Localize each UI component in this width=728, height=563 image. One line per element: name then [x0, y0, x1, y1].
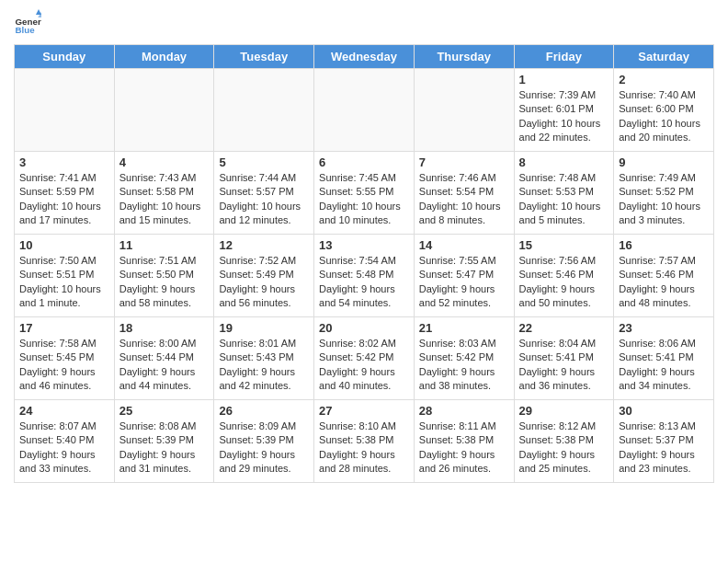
day-info: Sunrise: 8:04 AMSunset: 5:41 PMDaylight:… [519, 337, 609, 394]
day-number: 12 [219, 238, 309, 252]
day-info: Sunrise: 8:10 AMSunset: 5:38 PMDaylight:… [319, 419, 409, 477]
calendar-cell: 4Sunrise: 7:43 AMSunset: 5:58 PMDaylight… [114, 152, 214, 235]
calendar-cell: 24Sunrise: 8:07 AMSunset: 5:40 PMDayligh… [15, 400, 115, 483]
day-info: Sunrise: 7:40 AMSunset: 6:00 PMDaylight:… [619, 88, 709, 145]
calendar-cell: 11Sunrise: 7:51 AMSunset: 5:50 PMDayligh… [114, 235, 214, 317]
calendar-cell [15, 69, 115, 152]
day-number: 1 [519, 73, 609, 86]
calendar-cell: 22Sunrise: 8:04 AMSunset: 5:41 PMDayligh… [514, 317, 614, 400]
day-info: Sunrise: 7:57 AMSunset: 5:46 PMDaylight:… [619, 254, 709, 311]
calendar-cell: 26Sunrise: 8:09 AMSunset: 5:39 PMDayligh… [214, 400, 314, 483]
calendar-cell: 9Sunrise: 7:49 AMSunset: 5:52 PMDaylight… [614, 152, 714, 235]
day-number: 5 [219, 155, 309, 169]
day-info: Sunrise: 8:11 AMSunset: 5:38 PMDaylight:… [419, 419, 509, 477]
day-number: 24 [19, 404, 109, 418]
day-info: Sunrise: 8:00 AMSunset: 5:44 PMDaylight:… [119, 337, 210, 394]
calendar-cell: 27Sunrise: 8:10 AMSunset: 5:38 PMDayligh… [314, 400, 415, 483]
day-info: Sunrise: 7:58 AMSunset: 5:45 PMDaylight:… [19, 337, 109, 394]
calendar-cell: 18Sunrise: 8:00 AMSunset: 5:44 PMDayligh… [114, 317, 214, 400]
calendar-cell: 2Sunrise: 7:40 AMSunset: 6:00 PMDaylight… [614, 69, 714, 152]
day-info: Sunrise: 7:48 AMSunset: 5:53 PMDaylight:… [519, 171, 609, 228]
calendar-cell: 15Sunrise: 7:56 AMSunset: 5:46 PMDayligh… [514, 235, 614, 317]
day-info: Sunrise: 8:08 AMSunset: 5:39 PMDaylight:… [119, 419, 210, 477]
day-number: 6 [319, 155, 409, 169]
calendar-cell: 7Sunrise: 7:46 AMSunset: 5:54 PMDaylight… [414, 152, 514, 235]
calendar-cell: 20Sunrise: 8:02 AMSunset: 5:42 PMDayligh… [314, 317, 415, 400]
calendar-week-3: 17Sunrise: 7:58 AMSunset: 5:45 PMDayligh… [15, 317, 714, 400]
day-info: Sunrise: 7:49 AMSunset: 5:52 PMDaylight:… [619, 171, 709, 228]
svg-text:Blue: Blue [16, 25, 36, 35]
day-number: 20 [319, 321, 409, 335]
day-info: Sunrise: 7:54 AMSunset: 5:48 PMDaylight:… [319, 254, 409, 311]
calendar-cell: 8Sunrise: 7:48 AMSunset: 5:53 PMDaylight… [514, 152, 614, 235]
calendar-cell: 12Sunrise: 7:52 AMSunset: 5:49 PMDayligh… [214, 235, 314, 317]
calendar-cell [214, 69, 314, 152]
day-info: Sunrise: 7:44 AMSunset: 5:57 PMDaylight:… [219, 171, 309, 228]
day-number: 10 [19, 238, 109, 252]
calendar-cell [314, 69, 415, 152]
day-number: 9 [619, 155, 709, 169]
day-number: 4 [119, 155, 210, 169]
logo-icon: General Blue [14, 9, 41, 37]
calendar-cell: 16Sunrise: 7:57 AMSunset: 5:46 PMDayligh… [614, 235, 714, 317]
calendar-cell: 6Sunrise: 7:45 AMSunset: 5:55 PMDaylight… [314, 152, 415, 235]
day-info: Sunrise: 7:41 AMSunset: 5:59 PMDaylight:… [19, 171, 109, 228]
day-number: 13 [319, 238, 409, 252]
calendar-cell: 3Sunrise: 7:41 AMSunset: 5:59 PMDaylight… [15, 152, 115, 235]
calendar-cell: 1Sunrise: 7:39 AMSunset: 6:01 PMDaylight… [514, 69, 614, 152]
day-info: Sunrise: 8:06 AMSunset: 5:41 PMDaylight:… [619, 337, 709, 394]
day-info: Sunrise: 7:52 AMSunset: 5:49 PMDaylight:… [219, 254, 309, 311]
weekday-header-thursday: Thursday [414, 45, 514, 69]
day-info: Sunrise: 8:07 AMSunset: 5:40 PMDaylight:… [19, 419, 109, 477]
day-number: 23 [619, 321, 709, 335]
day-number: 18 [119, 321, 210, 335]
day-info: Sunrise: 7:39 AMSunset: 6:01 PMDaylight:… [519, 88, 609, 145]
day-info: Sunrise: 7:46 AMSunset: 5:54 PMDaylight:… [419, 171, 509, 228]
calendar-week-2: 10Sunrise: 7:50 AMSunset: 5:51 PMDayligh… [15, 235, 714, 317]
calendar-cell: 5Sunrise: 7:44 AMSunset: 5:57 PMDaylight… [214, 152, 314, 235]
day-number: 8 [519, 155, 609, 169]
calendar-cell: 19Sunrise: 8:01 AMSunset: 5:43 PMDayligh… [214, 317, 314, 400]
day-number: 7 [419, 155, 509, 169]
calendar-cell [114, 69, 214, 152]
day-number: 19 [219, 321, 309, 335]
weekday-header-tuesday: Tuesday [214, 45, 314, 69]
day-info: Sunrise: 8:13 AMSunset: 5:37 PMDaylight:… [619, 419, 709, 477]
day-info: Sunrise: 7:55 AMSunset: 5:47 PMDaylight:… [419, 254, 509, 311]
weekday-header-saturday: Saturday [614, 45, 714, 69]
day-number: 16 [619, 238, 709, 252]
page-header: General Blue [14, 9, 714, 37]
calendar-cell: 30Sunrise: 8:13 AMSunset: 5:37 PMDayligh… [614, 400, 714, 483]
calendar-cell: 25Sunrise: 8:08 AMSunset: 5:39 PMDayligh… [114, 400, 214, 483]
calendar-week-1: 3Sunrise: 7:41 AMSunset: 5:59 PMDaylight… [15, 152, 714, 235]
day-info: Sunrise: 7:56 AMSunset: 5:46 PMDaylight:… [519, 254, 609, 311]
calendar-cell: 10Sunrise: 7:50 AMSunset: 5:51 PMDayligh… [15, 235, 115, 317]
day-info: Sunrise: 7:51 AMSunset: 5:50 PMDaylight:… [119, 254, 210, 311]
day-number: 17 [19, 321, 109, 335]
weekday-header-wednesday: Wednesday [314, 45, 415, 69]
day-number: 3 [19, 155, 109, 169]
weekday-header-monday: Monday [114, 45, 214, 69]
calendar-cell: 17Sunrise: 7:58 AMSunset: 5:45 PMDayligh… [15, 317, 115, 400]
weekday-header-friday: Friday [514, 45, 614, 69]
day-number: 27 [319, 404, 409, 418]
day-number: 29 [519, 404, 609, 418]
day-number: 15 [519, 238, 609, 252]
day-number: 26 [219, 404, 309, 418]
day-info: Sunrise: 8:09 AMSunset: 5:39 PMDaylight:… [219, 419, 309, 477]
day-number: 14 [419, 238, 509, 252]
weekday-header-sunday: Sunday [15, 45, 115, 69]
calendar-cell: 23Sunrise: 8:06 AMSunset: 5:41 PMDayligh… [614, 317, 714, 400]
calendar-week-0: 1Sunrise: 7:39 AMSunset: 6:01 PMDaylight… [15, 69, 714, 152]
logo: General Blue [14, 9, 41, 37]
day-number: 11 [119, 238, 210, 252]
day-info: Sunrise: 8:01 AMSunset: 5:43 PMDaylight:… [219, 337, 309, 394]
calendar-table: SundayMondayTuesdayWednesdayThursdayFrid… [14, 44, 714, 483]
calendar-cell: 13Sunrise: 7:54 AMSunset: 5:48 PMDayligh… [314, 235, 415, 317]
day-info: Sunrise: 8:03 AMSunset: 5:42 PMDaylight:… [419, 337, 509, 394]
day-number: 22 [519, 321, 609, 335]
calendar-cell: 21Sunrise: 8:03 AMSunset: 5:42 PMDayligh… [414, 317, 514, 400]
day-info: Sunrise: 8:12 AMSunset: 5:38 PMDaylight:… [519, 419, 609, 477]
calendar-week-4: 24Sunrise: 8:07 AMSunset: 5:40 PMDayligh… [15, 400, 714, 483]
day-info: Sunrise: 7:50 AMSunset: 5:51 PMDaylight:… [19, 254, 109, 311]
